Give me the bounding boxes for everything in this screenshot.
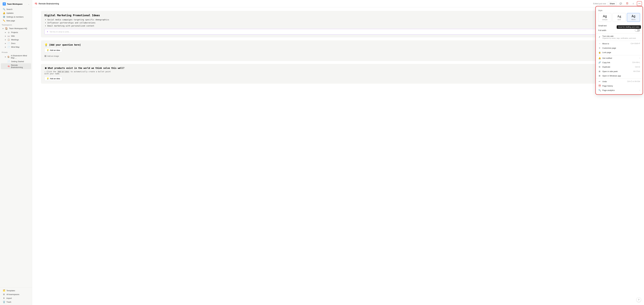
windows-label: Open in Windows app [602, 75, 640, 77]
copy-link-label: Copy link [602, 62, 631, 64]
chevron-right-icon: ▶ [5, 32, 6, 33]
menu-item-open-side-peek[interactable]: ⊞ Open in side peek Alt+Click [596, 69, 642, 74]
desc-text: ↓ Click the [44, 70, 57, 73]
undo-label: Undo [602, 80, 626, 82]
more-button[interactable]: ··· [637, 2, 642, 6]
chevron-right-icon: ▶ [5, 39, 6, 40]
sidebar-item-docs[interactable]: ▶ 📄 Docs [1, 42, 31, 45]
dropdown-menu: Style Ag Default Ag Serif Ag Mono Good f… [596, 6, 642, 94]
marketing-bullets: Social media campaigns targeting specifi… [44, 18, 632, 27]
menu-item-open-windows[interactable]: ⊞ Open in Windows app [596, 74, 642, 78]
workspace-icon: T [3, 2, 6, 6]
sidebar-item-label: Templates [6, 290, 15, 292]
help-button[interactable]: ? [636, 298, 641, 302]
projects-icon: ◎ [7, 31, 10, 34]
wiki-icon: 📖 [7, 35, 10, 37]
idea-icon: 💡 [47, 49, 49, 51]
full-width-toggle-switch[interactable] [635, 29, 640, 32]
page-history-label: Page history [602, 85, 640, 87]
share-button[interactable]: Share [608, 2, 617, 6]
idea-icon-2: 💡 [47, 78, 49, 80]
sidebar-item-team-workspace-hq[interactable]: ▶ 🏠 Team Workspace HQ [1, 26, 31, 30]
marketing-card-title: Digital Marketing Promotional Ideas [44, 14, 632, 17]
image-icon: 🖼 [44, 55, 46, 57]
sidebar-item-new-page[interactable]: ✏️ New page [1, 19, 31, 22]
serif-label: Serif [618, 19, 621, 20]
history-button[interactable]: ⏰ [625, 2, 630, 5]
sidebar-item-meetings[interactable]: ▶ 📋 Meetings [1, 38, 31, 42]
menu-item-customize-page[interactable]: ≡ Customize page [596, 46, 642, 50]
arrow-right-icon: › [640, 57, 640, 59]
sidebar-item-label: AI Brainstorm Mind Map ... [11, 54, 30, 59]
full-width-label: Full width [598, 29, 635, 32]
sidebar-item-trash[interactable]: 🗑️ Trash [1, 300, 31, 304]
comment-button[interactable]: 💬 [618, 2, 623, 5]
side-peek-icon: ⊞ [598, 70, 601, 72]
question-card: 💡 [Add your question here] 💡 Add an idea… [41, 40, 635, 61]
main-area: 🧠 Remote Brainstorming Edited just now S… [32, 0, 644, 305]
sidebar-item-label: New page [6, 20, 15, 22]
bullet-item: Social media campaigns targeting specifi… [47, 18, 632, 21]
sidebar-item-label: Remote Brainstorming [11, 64, 30, 68]
add-image-label: Add an image [47, 55, 59, 57]
search-icon: 🔍 [3, 8, 5, 10]
teamspaces-label: Teamspaces [0, 22, 32, 26]
page-content: Digital Marketing Promotional Ideas Soci… [32, 7, 644, 305]
default-label: Default [602, 19, 608, 20]
sidebar-item-templates[interactable]: 🗂️ Templates [1, 288, 31, 292]
favorite-button[interactable]: ☆ [631, 2, 635, 5]
workspace-header[interactable]: T Team Workspace ⌄ [1, 1, 31, 7]
get-notified-label: Get notified [602, 57, 638, 59]
side-peek-label: Open in side peek [602, 70, 632, 72]
style-serif[interactable]: Ag Serif [612, 13, 626, 22]
sidebar-item-getting-started[interactable]: ▶ 📄 Getting Started [1, 60, 31, 63]
menu-item-duplicate[interactable]: ⧉ Duplicate Ctrl+D [596, 65, 642, 69]
turn-into-wiki-text: Turn into wiki [602, 35, 640, 37]
style-default[interactable]: Ag Default [598, 13, 612, 22]
chevron-right-icon: ▶ [5, 46, 6, 48]
menu-item-undo[interactable]: ↩ Undo Ctrl+Z or Alt+Del [596, 79, 642, 84]
add-idea-button-2[interactable]: 💡 Add an idea [44, 76, 62, 81]
ai-sparkle-icon: ✦ [47, 30, 48, 33]
sidebar-item-label: Search [6, 8, 12, 10]
menu-item-move-to[interactable]: → Move to Ctrl+Shift+P [596, 42, 642, 46]
sidebar: T Team Workspace ⌄ 🔍 Search 🔔 Updates ⚙️… [0, 0, 32, 305]
monitor-icon: 🖥 [44, 67, 47, 70]
history-menu-icon: ⏰ [598, 85, 601, 87]
add-image-button[interactable]: 🖼 Add an image [44, 54, 632, 58]
menu-item-get-notified[interactable]: 🔔 Get notified › [596, 56, 642, 60]
sidebar-item-import[interactable]: ⬇ Import [1, 296, 31, 300]
sidebar-item-ai-brainstorm[interactable]: ▶ 🏠 AI Brainstorm Mind Map ... [1, 54, 31, 60]
sidebar-item-settings[interactable]: ⚙️ Settings & members [1, 15, 31, 19]
sidebar-item-search[interactable]: 🔍 Search [1, 7, 31, 11]
sidebar-item-updates[interactable]: 🔔 Updates [1, 11, 31, 15]
menu-item-turn-into-wiki[interactable]: ↱ Turn into wiki Organize by owner, tags… [596, 34, 642, 40]
lock-icon: 🔒 [598, 51, 601, 54]
sidebar-item-remote-brainstorming[interactable]: ▶ 🧠 Remote Brainstorming [1, 63, 31, 69]
sidebar-item-mind-map[interactable]: ▶ 📄 Mind Map [1, 45, 31, 49]
sidebar-item-wiki[interactable]: ▶ 📖 Wiki [1, 34, 31, 38]
menu-item-page-analytics[interactable]: 🔍 Page analytics › [596, 88, 642, 92]
sidebar-item-label: All teamspaces [6, 293, 19, 296]
lightbulb-icon: 💡 [44, 43, 48, 46]
page-analytics-label: Page analytics [602, 89, 638, 92]
turn-into-wiki-sub: Organize by owner, tags, verification, a… [602, 37, 640, 39]
sidebar-item-projects[interactable]: ▶ ◎ Projects [1, 30, 31, 34]
question-header: 💡 [Add your question here] [44, 43, 632, 46]
ai-input-area[interactable]: ✦ Tell the AI what to write… Generate [44, 29, 632, 34]
products-card: 🖥 What products exist in the world we th… [41, 64, 635, 84]
mindmap-icon: 📄 [7, 46, 10, 48]
add-idea-button[interactable]: 💡 Add an idea [44, 48, 62, 52]
workspace-chevron-icon: ⌄ [28, 3, 30, 5]
menu-item-page-history[interactable]: ⏰ Page history [596, 84, 642, 88]
clock-icon: ⏰ [626, 2, 628, 5]
style-mono[interactable]: Ag Mono [627, 13, 640, 22]
menu-item-copy-link[interactable]: 🔗 Copy link Ctrl+Alt+L [596, 60, 642, 65]
menu-item-lock-page[interactable]: 🔒 Lock page [596, 50, 642, 54]
ai-placeholder: Tell the AI what to write… [50, 31, 620, 33]
templates-icon: 🗂️ [3, 289, 5, 292]
turn-into-wiki-icon: ↱ [598, 36, 601, 38]
bullet-item: Email marketing with personalized conten… [47, 25, 632, 27]
windows-icon: ⊞ [598, 74, 601, 77]
sidebar-item-all-teamspaces[interactable]: ⊞ All teamspaces [1, 292, 31, 296]
